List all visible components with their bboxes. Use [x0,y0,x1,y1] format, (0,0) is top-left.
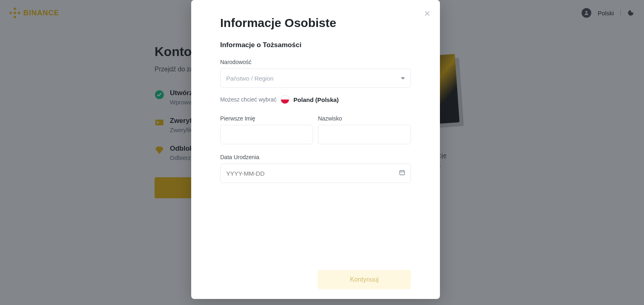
modal-section-heading: Informacje o Tożsamości [220,41,411,49]
continue-button[interactable]: Kontynuuj [318,270,411,289]
country-suggestion[interactable]: Możesz chcieć wybrać Poland (Polska) [220,95,411,104]
chevron-down-icon [401,77,405,79]
dob-label: Data Urodzenia [220,154,411,160]
close-icon[interactable]: × [424,7,430,20]
name-row: Pierwsze Imię Nazwisko [220,115,411,144]
last-name-input[interactable] [318,125,411,144]
dob-input[interactable] [220,164,411,183]
first-name-label: Pierwsze Imię [220,115,313,122]
last-name-label: Nazwisko [318,115,411,122]
nationality-label: Narodowość [220,59,411,65]
poland-flag-icon [281,95,289,104]
suggestion-prefix: Możesz chcieć wybrać [220,96,277,103]
nationality-placeholder: Państwo / Region [226,75,274,82]
personal-info-modal: × Informacje Osobiste Informacje o Tożsa… [191,0,440,299]
calendar-icon[interactable] [399,169,405,177]
nationality-select[interactable]: Państwo / Region [220,68,411,88]
first-name-input[interactable] [220,125,313,144]
svg-rect-9 [400,170,405,175]
dob-group: Data Urodzenia [220,154,411,183]
modal-footer: Kontynuuj [220,270,411,289]
suggestion-country: Poland (Polska) [293,96,339,103]
modal-title: Informacje Osobiste [220,16,411,30]
